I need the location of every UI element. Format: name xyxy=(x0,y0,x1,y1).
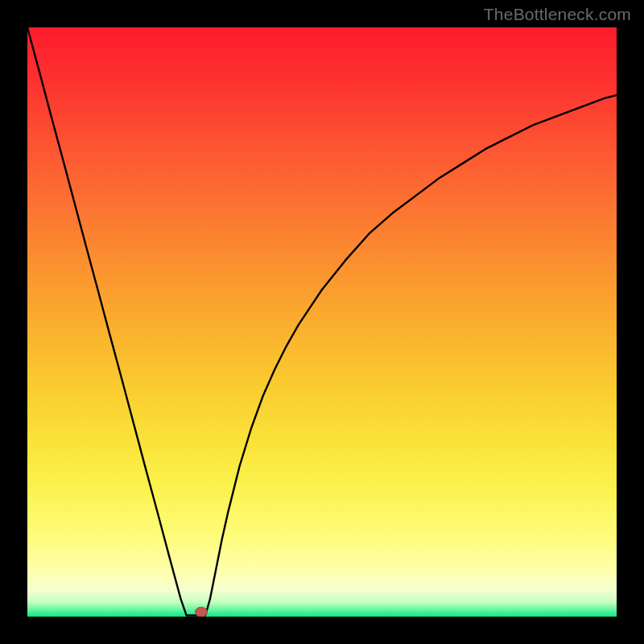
plot-area xyxy=(27,27,617,617)
optimal-point-marker xyxy=(195,607,207,617)
chart-frame: TheBottleneck.com xyxy=(0,0,644,644)
gradient-background xyxy=(27,27,617,617)
watermark-text: TheBottleneck.com xyxy=(484,5,631,24)
chart-svg xyxy=(27,27,617,617)
